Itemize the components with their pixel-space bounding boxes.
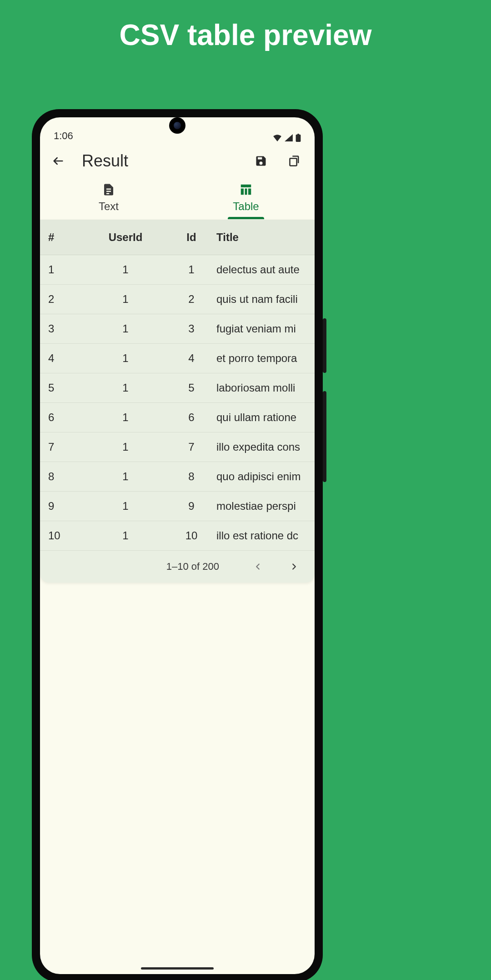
app-bar: Result: [40, 143, 315, 179]
tabs: Text Table: [40, 179, 315, 220]
table-row[interactable]: 7 1 7 illo expedita cons: [40, 432, 315, 462]
cell-title: quo adipisci enim: [216, 470, 306, 483]
cell-userid: 1: [85, 263, 166, 276]
cell-title: qui ullam ratione: [216, 411, 306, 424]
cell-userid: 1: [85, 441, 166, 453]
tab-table-label: Table: [233, 200, 259, 213]
arrow-back-icon: [52, 155, 65, 167]
home-indicator[interactable]: [141, 967, 214, 970]
cell-userid: 1: [85, 382, 166, 394]
cell-title: illo expedita cons: [216, 441, 306, 453]
table-row[interactable]: 1 1 1 delectus aut aute: [40, 255, 315, 285]
cell-index: 5: [48, 382, 85, 394]
copy-button[interactable]: [285, 151, 305, 171]
table-row[interactable]: 4 1 4 et porro tempora: [40, 344, 315, 373]
table-row[interactable]: 2 1 2 quis ut nam facili: [40, 285, 315, 314]
cell-userid: 1: [85, 293, 166, 306]
pager-range: 1–10 of 200: [166, 561, 219, 573]
cell-index: 1: [48, 263, 85, 276]
cell-index: 2: [48, 293, 85, 306]
cell-userid: 1: [85, 411, 166, 424]
table-row[interactable]: 8 1 8 quo adipisci enim: [40, 462, 315, 492]
signal-icon: [285, 134, 293, 141]
pager-prev-button[interactable]: [251, 560, 265, 573]
battery-icon: [296, 134, 301, 142]
cell-id: 4: [166, 352, 216, 365]
cell-id: 3: [166, 322, 216, 335]
table-pager: 1–10 of 200: [40, 551, 315, 583]
phone-screen: 1:06 Result Text: [40, 117, 315, 974]
col-header-index[interactable]: #: [48, 231, 85, 244]
tab-text-label: Text: [99, 200, 119, 213]
save-icon: [255, 155, 267, 167]
cell-index: 7: [48, 441, 85, 453]
cell-id: 6: [166, 411, 216, 424]
chevron-left-icon: [253, 562, 263, 572]
col-header-id[interactable]: Id: [166, 231, 216, 244]
cell-index: 8: [48, 470, 85, 483]
cell-title: fugiat veniam mi: [216, 322, 306, 335]
pager-next-button[interactable]: [287, 560, 301, 573]
wifi-icon: [273, 134, 282, 141]
cell-id: 9: [166, 500, 216, 513]
cell-userid: 1: [85, 500, 166, 513]
col-header-userid[interactable]: UserId: [85, 231, 166, 244]
table-row[interactable]: 9 1 9 molestiae perspi: [40, 492, 315, 521]
cell-title: laboriosam molli: [216, 382, 306, 394]
status-icons: [273, 134, 301, 142]
cell-userid: 1: [85, 352, 166, 365]
page-title: Result: [82, 151, 237, 171]
cell-id: 7: [166, 441, 216, 453]
table-row[interactable]: 10 1 10 illo est ratione dc: [40, 521, 315, 551]
cell-id: 10: [166, 529, 216, 542]
svg-rect-0: [296, 135, 301, 142]
cell-id: 5: [166, 382, 216, 394]
tab-text[interactable]: Text: [40, 179, 177, 219]
cell-id: 1: [166, 263, 216, 276]
phone-frame: 1:06 Result Text: [32, 109, 323, 980]
phone-side-button: [323, 391, 326, 482]
cell-index: 3: [48, 322, 85, 335]
table-icon: [239, 183, 253, 196]
tab-table[interactable]: Table: [177, 179, 315, 219]
cell-id: 8: [166, 470, 216, 483]
table-row[interactable]: 3 1 3 fugiat veniam mi: [40, 314, 315, 344]
cell-userid: 1: [85, 470, 166, 483]
table-card: # UserId Id Title 1 1 1 delectus aut aut…: [40, 220, 315, 583]
status-time: 1:06: [54, 130, 73, 142]
cell-userid: 1: [85, 529, 166, 542]
table-row[interactable]: 5 1 5 laboriosam molli: [40, 373, 315, 403]
table-row[interactable]: 6 1 6 qui ullam ratione: [40, 403, 315, 432]
table-header-row: # UserId Id Title: [40, 220, 315, 255]
cell-title: molestiae perspi: [216, 500, 306, 513]
back-button[interactable]: [48, 151, 68, 171]
cell-title: quis ut nam facili: [216, 293, 306, 306]
cell-id: 2: [166, 293, 216, 306]
cell-index: 6: [48, 411, 85, 424]
cell-title: delectus aut aute: [216, 263, 306, 276]
cell-index: 9: [48, 500, 85, 513]
cell-title: illo est ratione dc: [216, 529, 306, 542]
svg-rect-1: [297, 134, 299, 135]
col-header-title[interactable]: Title: [216, 231, 306, 244]
phone-camera: [169, 117, 185, 134]
phone-side-button: [323, 318, 326, 373]
copy-icon: [288, 155, 301, 167]
cell-index: 4: [48, 352, 85, 365]
cell-title: et porro tempora: [216, 352, 306, 365]
chevron-right-icon: [289, 562, 299, 572]
save-button[interactable]: [251, 151, 271, 171]
promo-title: CSV table preview: [0, 0, 491, 52]
text-snippet-icon: [102, 183, 115, 196]
cell-index: 10: [48, 529, 85, 542]
cell-userid: 1: [85, 322, 166, 335]
